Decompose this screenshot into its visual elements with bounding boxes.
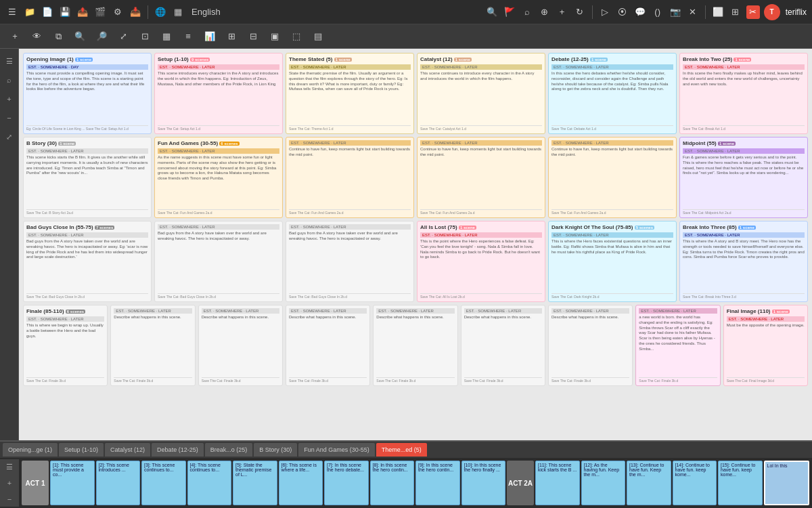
timeline-tab-catalyst[interactable]: Catalyst (12) — [105, 443, 150, 457]
timeline-tab-opening[interactable]: Opening...ge (1) — [3, 443, 58, 457]
card-final-image[interactable]: Final Image (110) 1 scene EST. · SOMEWHE… — [723, 305, 808, 386]
parens-icon[interactable]: () — [651, 5, 664, 19]
timeline-tab-debate[interactable]: Debate (12-25) — [152, 443, 204, 457]
timeline-card-12[interactable]: [12]: As the having fun. Keep the m... — [581, 461, 626, 505]
card-opening-image[interactable]: Opening Image (1) 1 scene EST. · SOMEWHE… — [23, 53, 152, 134]
card-fun-games-4[interactable]: EST. · SOMEWHERE · LATER Continue to hav… — [548, 137, 677, 218]
scissors-active-icon[interactable]: ✂ — [746, 5, 760, 19]
sidebar-zoom-in-icon[interactable]: + — [3, 92, 16, 106]
save-icon[interactable]: 💾 — [58, 5, 72, 19]
fit-tool[interactable]: ⤢ — [114, 27, 133, 46]
video2-icon[interactable]: ▷ — [598, 5, 612, 19]
folder-icon[interactable]: 📁 — [23, 5, 37, 19]
card-midpoint[interactable]: Midpoint (55) 1 scene EST. · SOMEWHERE ·… — [679, 137, 808, 218]
card-finale-7[interactable]: EST. · SOMEWHERE · LATER Describe what h… — [548, 305, 633, 386]
export-icon[interactable]: 📤 — [76, 5, 89, 19]
card-bad-guys-3[interactable]: EST. · SOMEWHERE · LATER Bad guys from t… — [286, 221, 414, 302]
settings-icon[interactable]: ⚙ — [111, 5, 125, 19]
sidebar-search-icon[interactable]: ⌕ — [3, 73, 16, 87]
timeline-card-7[interactable]: [7]: In this scene the hero debate... — [324, 461, 369, 505]
card-finale-8[interactable]: EST. · SOMEWHERE · LATER a new world is … — [635, 305, 720, 386]
comment-icon[interactable]: 💬 — [633, 5, 647, 19]
camera-icon[interactable]: 📷 — [669, 5, 682, 19]
card-finale-5[interactable]: EST. · SOMEWHERE · LATER Describe what h… — [373, 305, 457, 386]
hamburger-icon[interactable]: ☰ — [5, 5, 19, 19]
card-catalyst[interactable]: Catalyst (12) 1 scene EST. · SOMEWHERE ·… — [417, 53, 545, 134]
card-finale-1[interactable]: Finale (85-110) 6 scenes EST. · SOMEWHER… — [23, 305, 108, 386]
timeline-zoom-out-icon[interactable]: − — [3, 492, 16, 506]
timeline-menu-icon[interactable]: ☰ — [3, 460, 16, 473]
sidebar-zoom-out-icon[interactable]: − — [3, 111, 16, 125]
sidebar-fit-icon[interactable]: ⤢ — [3, 130, 16, 144]
card-all-is-lost[interactable]: All Is Lost (75) 1 scene EST. · SOMEWHER… — [417, 221, 545, 302]
search-icon[interactable]: 🔍 — [485, 5, 499, 19]
card-finale-3[interactable]: EST. · SOMEWHERE · LATER Describe what h… — [198, 305, 283, 386]
timeline-card-13[interactable]: [13]: Continue to have fun. Keep the m..… — [627, 461, 671, 505]
zoom-in-tool[interactable]: 🔍 — [70, 27, 89, 46]
card-break-into-three[interactable]: Break Into Three (85) 1 scene EST. · SOM… — [679, 221, 808, 302]
globe-icon[interactable]: 🌐 — [154, 5, 167, 19]
search2-icon[interactable]: ⌕ — [520, 5, 534, 19]
grid-tool[interactable]: ⊞ — [222, 27, 241, 46]
add-box-icon[interactable]: + — [556, 5, 569, 19]
refresh-icon[interactable]: ↻ — [573, 5, 587, 19]
timeline-card-6[interactable]: [6]: This scene is where a life... — [279, 461, 323, 505]
card-fun-games-1[interactable]: Fun And Games (30-55) 6 scenes EST. · SO… — [154, 137, 283, 218]
add-tool[interactable]: + — [5, 27, 24, 46]
card-dark-knight-1[interactable]: Dark Knight Of The Soul (75-85) 5 scenes… — [548, 221, 677, 302]
timeline-card-4[interactable]: [4]: This scene continues to... — [187, 461, 232, 505]
card-fun-games-3[interactable]: EST. · SOMEWHERE · LATER Continue to hav… — [417, 137, 545, 218]
card-break-into-two[interactable]: Break Into Two (25) 1 scene EST. · SOMEW… — [679, 53, 808, 134]
user-avatar[interactable]: T — [764, 4, 780, 20]
flag-icon[interactable]: 🚩 — [503, 5, 516, 19]
timeline-card-8[interactable]: [8]: In this scene the hero contin... — [370, 461, 415, 505]
expand-tool[interactable]: ⊡ — [135, 27, 154, 46]
new-doc-icon[interactable]: 📄 — [41, 5, 54, 19]
timeline-tab-break[interactable]: Break...o (25) — [205, 443, 253, 457]
card-debate[interactable]: Debate (12-25) 1 scene EST. · SOMEWHERE … — [548, 53, 677, 134]
timeline-card-10[interactable]: [10]: In this scene the hero finally ... — [461, 461, 506, 505]
video-icon[interactable]: 🎬 — [93, 5, 107, 19]
card-bad-guys-1[interactable]: Bad Guys Close In (55-75) 7 scenes EST. … — [23, 221, 152, 302]
timeline-zoom-in-icon[interactable]: + — [3, 476, 16, 490]
record-icon[interactable]: ⦿ — [616, 5, 629, 19]
layers-tool[interactable]: ⧉ — [49, 27, 68, 46]
timeline-card-9[interactable]: [9]: In this scene the hero contin... — [415, 461, 460, 505]
card-bad-guys-2[interactable]: EST. · SOMEWHERE · LATER Bad guys from t… — [154, 221, 283, 302]
timeline-card-3[interactable]: [3]: This scene continues to... — [141, 461, 186, 505]
import-icon[interactable]: 📥 — [129, 5, 142, 19]
panel-tool[interactable]: ▣ — [265, 27, 284, 46]
timeline-card-16[interactable]: Lol In this — [764, 461, 810, 505]
timeline-tab-theme[interactable]: Theme...ed (5) — [376, 443, 427, 457]
frame-tool[interactable]: ⬚ — [287, 27, 306, 46]
timeline-tab-bstory[interactable]: B Story (30) — [254, 443, 297, 457]
card-setup[interactable]: Setup (1-10) 9 scenes EST. · SOMEWHERE ·… — [154, 53, 283, 134]
timeline-card-1[interactable]: [1]: This scene must provide a co... — [50, 461, 95, 505]
timeline-card-14[interactable]: [14]: Continue to have fun. keep kome... — [673, 461, 717, 505]
timeline-tool[interactable]: ⊟ — [244, 27, 263, 46]
panel-icon[interactable]: ⬜ — [711, 5, 725, 19]
grid-icon[interactable]: ⊞ — [729, 5, 742, 19]
zoom-out-tool[interactable]: 🔎 — [92, 27, 111, 46]
timeline-card-5[interactable]: [5]: State the thematic premise of L... — [233, 461, 277, 505]
chart-tool[interactable]: 📊 — [200, 27, 219, 46]
card-b-story[interactable]: B Story (30) 1 scene EST. · SOMEWHERE · … — [23, 137, 152, 218]
timeline-tab-fun[interactable]: Fun And Games (30-55) — [298, 443, 375, 457]
filmstrip-tool[interactable]: ▤ — [309, 27, 328, 46]
timeline-card-2[interactable]: [2]: This scene introduces ... — [96, 461, 141, 505]
timeline-card-15[interactable]: [15]: Continue to have fun. keep kome... — [718, 461, 763, 505]
card-finale-4[interactable]: EST. · SOMEWHERE · LATER Describe what h… — [286, 305, 370, 386]
add-circle-icon[interactable]: ⊕ — [538, 5, 551, 19]
list-tool[interactable]: ≡ — [179, 27, 198, 46]
table-tool[interactable]: ▦ — [157, 27, 176, 46]
x-icon[interactable]: ✕ — [686, 5, 700, 19]
view-icon[interactable]: ▦ — [171, 5, 185, 19]
card-finale-2[interactable]: EST. · SOMEWHERE · LATER Describe what h… — [110, 305, 195, 386]
eye-tool[interactable]: 👁 — [27, 27, 46, 46]
timeline-card-11[interactable]: [11]: This scene kick starts the B ... — [535, 461, 580, 505]
card-finale-6[interactable]: EST. · SOMEWHERE · LATER Describe what h… — [461, 305, 545, 386]
card-fun-games-2[interactable]: EST. · SOMEWHERE · LATER Continue to hav… — [286, 137, 414, 218]
card-theme-stated[interactable]: Theme Stated (5) 1 scene EST. · SOMEWHER… — [286, 53, 414, 134]
sidebar-menu-icon[interactable]: ☰ — [3, 54, 16, 68]
timeline-tab-setup[interactable]: Setup (1-10) — [59, 443, 104, 457]
